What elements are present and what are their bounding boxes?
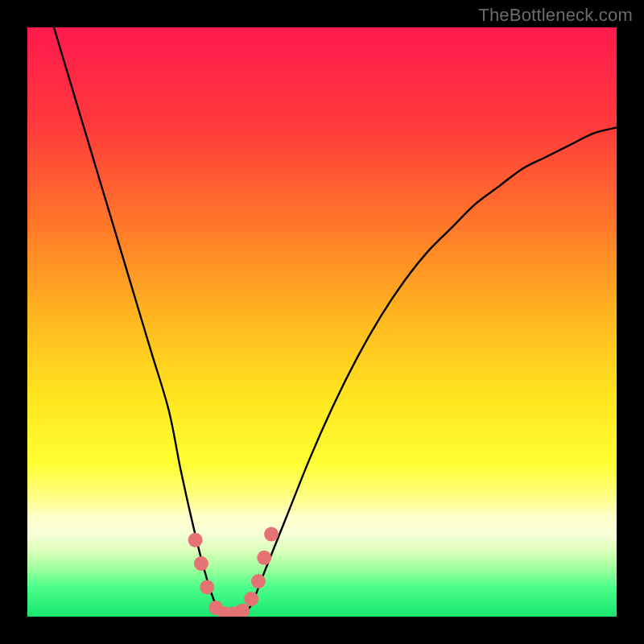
marker-point bbox=[200, 580, 214, 594]
chart-plot-area bbox=[27, 27, 617, 617]
marker-point bbox=[194, 556, 208, 571]
marker-point bbox=[251, 574, 266, 588]
marker-point bbox=[235, 604, 250, 617]
bottleneck-curve bbox=[27, 27, 617, 617]
watermark-text: TheBottleneck.com bbox=[478, 5, 633, 26]
marker-point bbox=[264, 527, 279, 542]
chart-curve-layer bbox=[27, 27, 617, 617]
marker-point bbox=[188, 533, 203, 547]
marker-point bbox=[244, 592, 258, 606]
marker-point bbox=[257, 551, 271, 565]
